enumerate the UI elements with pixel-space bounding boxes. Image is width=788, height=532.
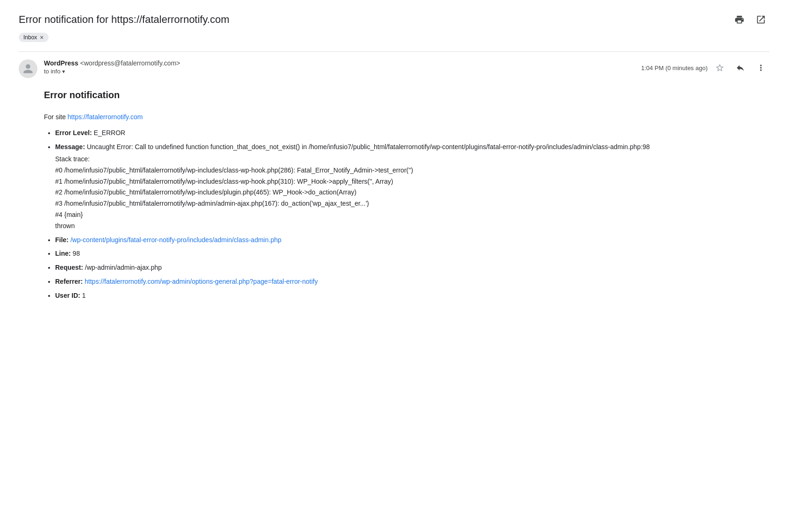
- site-url-link[interactable]: https://fatalerrornotify.com: [68, 113, 143, 121]
- print-icon: [734, 14, 745, 25]
- sender-name-row: WordPress <wordpress@fatalerrornotify.co…: [44, 59, 180, 67]
- stack-line-1: #1 /home/infusio7/public_html/fatalerror…: [55, 176, 769, 187]
- line-label: Line:: [55, 250, 71, 257]
- referrer-link[interactable]: https://fatalerrornotify.com/wp-admin/op…: [85, 278, 318, 285]
- message-label: Message:: [55, 143, 85, 151]
- stack-line-0: #0 /home/infusio7/public_html/fatalerror…: [55, 165, 769, 176]
- more-icon: [756, 63, 766, 72]
- sender-email: <wordpress@fatalerrornotify.com>: [80, 59, 180, 67]
- subject-icons: [731, 11, 769, 28]
- error-level-value: E_ERROR: [92, 129, 126, 137]
- request-label: Request:: [55, 264, 83, 271]
- chevron-down-icon: ▾: [62, 68, 65, 75]
- email-container: Error notification for https://fatalerro…: [0, 0, 788, 324]
- stack-trace-block: Stack trace: #0 /home/infusio7/public_ht…: [55, 154, 769, 232]
- for-site-label: For site: [44, 113, 66, 121]
- body-heading: Error notification: [44, 87, 769, 102]
- stack-line-thrown: thrown: [55, 221, 769, 232]
- tag-label: Inbox: [23, 34, 37, 41]
- line-value: 98: [71, 250, 79, 257]
- star-icon: [715, 63, 724, 72]
- reply-button[interactable]: [732, 59, 749, 76]
- email-body: Error notification For site https://fata…: [19, 87, 769, 302]
- star-button[interactable]: [711, 59, 728, 76]
- sender-row: WordPress <wordpress@fatalerrornotify.co…: [19, 59, 769, 78]
- stack-line-3: #3 /home/infusio7/public_html/fatalerror…: [55, 198, 769, 209]
- sender-left: WordPress <wordpress@fatalerrornotify.co…: [19, 59, 180, 78]
- list-item-file: File: /wp-content/plugins/fatal-error-no…: [55, 235, 769, 246]
- popout-button[interactable]: [752, 11, 769, 28]
- divider: [19, 51, 769, 52]
- list-item-message: Message: Uncaught Error: Call to undefin…: [55, 142, 769, 231]
- person-icon: [22, 63, 34, 74]
- avatar: [19, 59, 37, 78]
- reply-icon: [736, 63, 745, 72]
- email-subject: Error notification for https://fatalerro…: [19, 14, 229, 26]
- file-link[interactable]: /wp-content/plugins/fatal-error-notify-p…: [71, 236, 281, 244]
- stack-line-4: #4 {main}: [55, 209, 769, 221]
- sender-to[interactable]: to info ▾: [44, 68, 180, 75]
- inbox-tag: Inbox ×: [19, 33, 49, 42]
- user-id-value: 1: [80, 292, 86, 299]
- stack-trace-label: Stack trace:: [55, 154, 769, 165]
- error-level-label: Error Level:: [55, 129, 92, 137]
- error-details-list: Error Level: E_ERROR Message: Uncaught E…: [44, 128, 769, 301]
- referrer-label: Referrer:: [55, 278, 83, 285]
- list-item-user-id: User ID: 1: [55, 290, 769, 302]
- message-value: Uncaught Error: Call to undefined functi…: [85, 143, 650, 151]
- print-button[interactable]: [731, 11, 748, 28]
- timestamp: 1:04 PM (0 minutes ago): [641, 65, 708, 72]
- list-item-referrer: Referrer: https://fatalerrornotify.com/w…: [55, 276, 769, 288]
- sender-info: WordPress <wordpress@fatalerrornotify.co…: [44, 59, 180, 75]
- list-item-line: Line: 98: [55, 248, 769, 259]
- file-label: File:: [55, 236, 69, 244]
- popout-icon: [756, 14, 766, 25]
- list-item-request: Request: /wp-admin/admin-ajax.php: [55, 262, 769, 273]
- subject-row: Error notification for https://fatalerro…: [19, 11, 769, 28]
- list-item-error-level: Error Level: E_ERROR: [55, 128, 769, 139]
- sender-name: WordPress: [44, 59, 79, 67]
- stack-line-2: #2 /home/infusio7/public_html/fatalerror…: [55, 187, 769, 198]
- user-id-label: User ID:: [55, 292, 80, 299]
- for-site-paragraph: For site https://fatalerrornotify.com: [44, 112, 769, 122]
- more-button[interactable]: [752, 59, 769, 76]
- request-value: /wp-admin/admin-ajax.php: [83, 264, 162, 271]
- tag-row: Inbox ×: [19, 33, 769, 42]
- sender-right: 1:04 PM (0 minutes ago): [641, 59, 769, 76]
- tag-close-button[interactable]: ×: [40, 34, 43, 41]
- to-label: to info: [44, 68, 60, 75]
